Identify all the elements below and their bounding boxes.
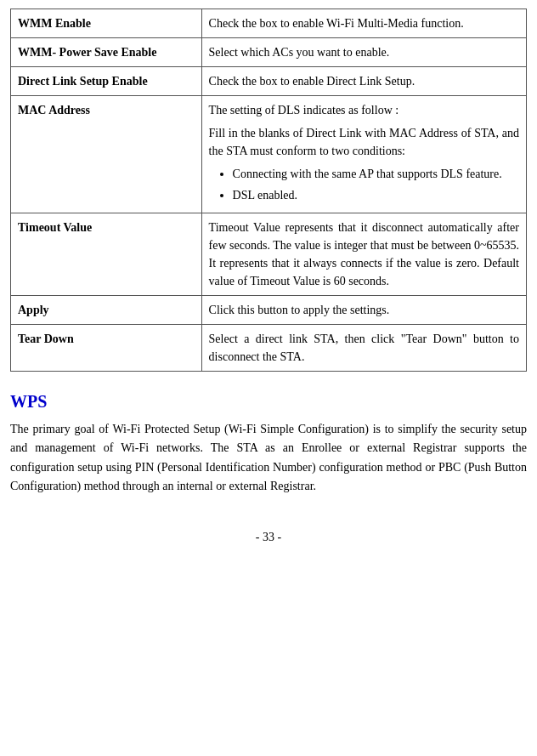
wps-section: WPS The primary goal of Wi-Fi Protected … — [10, 392, 527, 497]
row-desc-wmm-enable: Check the box to enable Wi-Fi Multi-Medi… — [201, 9, 526, 38]
page-footer: - 33 - — [10, 531, 527, 544]
mac-desc-line1: The setting of DLS indicates as follow : — [209, 101, 519, 119]
row-label-direct-link: Direct Link Setup Enable — [11, 67, 202, 96]
row-label-wmm-power-save: WMM- Power Save Enable — [11, 38, 202, 67]
row-desc-mac-address: The setting of DLS indicates as follow :… — [201, 96, 526, 213]
row-desc-apply: Click this button to apply the settings. — [201, 296, 526, 325]
row-desc-timeout: Timeout Value represents that it disconn… — [201, 213, 526, 296]
table-row: Direct Link Setup Enable Check the box t… — [11, 67, 527, 96]
row-label-wmm-enable: WMM Enable — [11, 9, 202, 38]
table-row: Apply Click this button to apply the set… — [11, 296, 527, 325]
mac-bullet-2: DSL enabled. — [233, 186, 519, 204]
row-desc-wmm-power-save: Select which ACs you want to enable. — [201, 38, 526, 67]
row-label-mac-address: MAC Address — [11, 96, 202, 213]
row-label-tear-down: Tear Down — [11, 325, 202, 372]
wps-paragraph: The primary goal of Wi-Fi Protected Setu… — [10, 420, 527, 497]
row-desc-tear-down: Select a direct link STA, then click "Te… — [201, 325, 526, 372]
table-row: MAC Address The setting of DLS indicates… — [11, 96, 527, 213]
table-row: Timeout Value Timeout Value represents t… — [11, 213, 527, 296]
row-label-timeout: Timeout Value — [11, 213, 202, 296]
mac-bullet-list: Connecting with the same AP that support… — [233, 165, 519, 204]
row-label-apply: Apply — [11, 296, 202, 325]
table-row: Tear Down Select a direct link STA, then… — [11, 325, 527, 372]
info-table: WMM Enable Check the box to enable Wi-Fi… — [10, 9, 527, 372]
mac-bullet-1: Connecting with the same AP that support… — [233, 165, 519, 183]
row-desc-direct-link: Check the box to enable Direct Link Setu… — [201, 67, 526, 96]
mac-desc-line2: Fill in the blanks of Direct Link with M… — [209, 124, 519, 160]
table-row: WMM- Power Save Enable Select which ACs … — [11, 38, 527, 67]
table-row: WMM Enable Check the box to enable Wi-Fi… — [11, 9, 527, 38]
wps-title: WPS — [10, 392, 527, 412]
page-number: - 33 - — [256, 531, 281, 543]
